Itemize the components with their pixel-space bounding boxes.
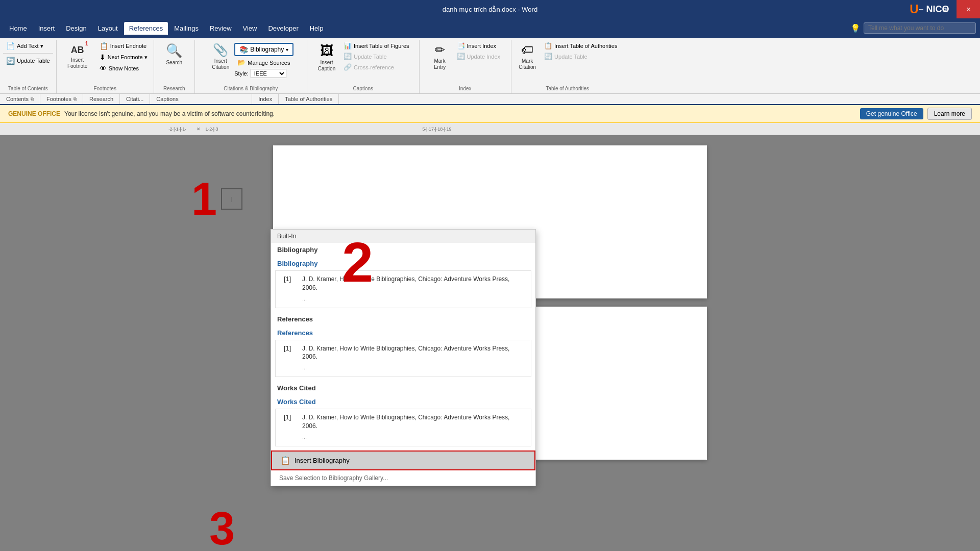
step-1-box: | bbox=[221, 188, 242, 210]
window-controls: ─ ⧉ ✕ U NICO bbox=[910, 0, 980, 18]
logo-nico: NICO bbox=[926, 0, 949, 18]
menu-help[interactable]: Help bbox=[305, 22, 329, 35]
insert-table-of-figures-button[interactable]: 📊 Insert Table of Figures bbox=[340, 41, 412, 51]
menu-bar: Home Insert Design Layout References Mai… bbox=[0, 18, 980, 38]
group-index: ✏ MarkEntry 📑 Insert Index 🔄 Update Inde… bbox=[420, 40, 511, 93]
document-area: 1 | 2 3 Built-In Bibliography Bibliograp… bbox=[0, 135, 980, 551]
group-captions-label: Captions bbox=[310, 85, 416, 92]
dropdown-builtin-header: Built-In bbox=[271, 230, 535, 243]
insert-endnote-button[interactable]: 📋 Insert Endnote bbox=[96, 41, 151, 51]
update-table-toc-button[interactable]: 🔄 Update Table bbox=[3, 56, 53, 66]
menu-insert[interactable]: Insert bbox=[33, 22, 60, 35]
group-citations-label: Citations & Bibliography bbox=[198, 85, 304, 92]
insert-index-button[interactable]: 📑 Insert Index bbox=[454, 41, 503, 51]
insert-bibliography-button[interactable]: 📋 Insert Bibliography bbox=[271, 450, 535, 470]
manage-sources-button[interactable]: 📂 Manage Sources bbox=[234, 58, 293, 67]
references-entry-container: [1] J. D. Kramer, How to Write Bibliogra… bbox=[275, 340, 531, 378]
window-title: danh mục trích dẫn.docx - Word bbox=[0, 6, 980, 13]
works-ellipsis-1: ... bbox=[284, 434, 523, 440]
references-subheader[interactable]: References bbox=[271, 326, 535, 340]
bibliography-dropdown: Built-In Bibliography Bibliography [1] J… bbox=[271, 229, 536, 486]
bib-ellipsis-1: ... bbox=[284, 295, 523, 302]
ribbon: 📄 Add Text ▾ 🔄 Update Table Table of Con… bbox=[0, 38, 980, 94]
step-2-number: 2 bbox=[342, 230, 373, 294]
expand-footnotes-icon[interactable]: ⧉ bbox=[74, 96, 77, 102]
label-citations: Citati... bbox=[120, 94, 150, 104]
title-bar: danh mục trích dẫn.docx - Word ─ ⧉ ✕ U N… bbox=[0, 0, 980, 18]
label-contents: Contents ⧉ bbox=[0, 94, 40, 104]
label-authorities: Table of Authorities bbox=[279, 94, 339, 104]
dropdown-bibliography-header: Bibliography bbox=[271, 243, 535, 257]
dropdown-works-cited-header: Works Cited bbox=[271, 381, 535, 395]
bibliography-button[interactable]: 📚 Bibliography ▾ bbox=[234, 43, 293, 56]
close-button[interactable]: ✕ bbox=[957, 0, 980, 18]
group-research: 🔍 Search Research bbox=[154, 40, 195, 93]
insert-table-of-authorities-button[interactable]: 📋 Insert Table of Authorities bbox=[541, 41, 620, 51]
bib-entry-1: [1] J. D. Kramer, How to Write Bibliogra… bbox=[284, 275, 523, 292]
next-footnote-button[interactable]: ⬇ Next Footnote ▾ bbox=[96, 52, 151, 62]
group-toc: 📄 Add Text ▾ 🔄 Update Table Table of Con… bbox=[0, 40, 57, 93]
menu-references[interactable]: References bbox=[124, 22, 168, 35]
expand-contents-icon[interactable]: ⧉ bbox=[31, 96, 34, 102]
menu-review[interactable]: Review bbox=[205, 22, 237, 35]
group-index-label: Index bbox=[423, 85, 508, 92]
menu-design[interactable]: Design bbox=[61, 22, 91, 35]
insert-citation-button[interactable]: 📎 InsertCitation bbox=[208, 41, 233, 72]
save-to-gallery-button[interactable]: Save Selection to Bibliography Gallery..… bbox=[271, 470, 535, 486]
group-footnotes: AB 1 InsertFootnote 📋 Insert Endnote ⬇ N… bbox=[57, 40, 154, 93]
group-toc-label: Table of Contents bbox=[3, 85, 53, 92]
label-footnotes: Footnotes ⧉ bbox=[40, 94, 83, 104]
dropdown-references-header: References bbox=[271, 312, 535, 326]
group-captions: 🖼 InsertCaption 📊 Insert Table of Figure… bbox=[307, 40, 420, 93]
works-cited-subheader[interactable]: Works Cited bbox=[271, 395, 535, 409]
mark-citation-button[interactable]: 🏷 MarkCitation bbox=[514, 41, 540, 72]
insert-bib-icon: 📋 bbox=[280, 456, 290, 465]
logo-u: U bbox=[902, 0, 926, 18]
bulb-icon: 💡 bbox=[850, 23, 861, 33]
tell-me-area: 💡 bbox=[850, 22, 976, 34]
group-authorities-label: Table of Authorities bbox=[514, 85, 621, 92]
tell-me-input[interactable] bbox=[864, 22, 976, 34]
step-1-number: 1 bbox=[191, 176, 217, 222]
cross-reference-button[interactable]: 🔗 Cross-reference bbox=[340, 62, 412, 72]
menu-home[interactable]: Home bbox=[4, 22, 32, 35]
mark-entry-button[interactable]: ✏ MarkEntry bbox=[427, 41, 453, 72]
style-select[interactable]: IEEE APA MLA bbox=[251, 69, 286, 78]
show-notes-button[interactable]: 👁 Show Notes bbox=[96, 63, 151, 73]
ribbon-labels-row: Contents ⧉ Footnotes ⧉ Research Citati..… bbox=[0, 94, 980, 105]
add-text-button[interactable]: 📄 Add Text ▾ bbox=[3, 41, 53, 51]
step-3-number: 3 bbox=[209, 503, 235, 551]
insert-caption-button[interactable]: 🖼 InsertCaption bbox=[314, 41, 339, 74]
bibliography-entry-container: [1] J. D. Kramer, How to Write Bibliogra… bbox=[275, 270, 531, 308]
ruler: ·2·|·1·|·1· ✕ L·2·|·3 5·|·17·|·18·|·19 bbox=[0, 123, 980, 135]
menu-mailings[interactable]: Mailings bbox=[169, 22, 204, 35]
menu-layout[interactable]: Layout bbox=[93, 22, 123, 35]
warning-bar: GENUINE OFFICE Your license isn't genuin… bbox=[0, 105, 980, 123]
label-index: Index bbox=[252, 94, 279, 104]
group-citations: 📎 InsertCitation 📚 Bibliography ▾ 📂 Mana… bbox=[195, 40, 307, 93]
group-authorities: 🏷 MarkCitation 📋 Insert Table of Authori… bbox=[511, 40, 624, 93]
update-table-authorities-button[interactable]: 🔄 Update Table bbox=[541, 52, 620, 61]
style-row: Style: IEEE APA MLA bbox=[234, 69, 293, 78]
insert-footnote-button[interactable]: AB 1 InsertFootnote bbox=[60, 41, 95, 71]
label-captions: Captions bbox=[150, 94, 252, 104]
works-entry-1: [1] J. D. Kramer, How to Write Bibliogra… bbox=[284, 413, 523, 431]
bibliography-subheader[interactable]: Bibliography bbox=[271, 257, 535, 270]
ref-ellipsis-1: ... bbox=[284, 364, 523, 370]
works-cited-entry-container: [1] J. D. Kramer, How to Write Bibliogra… bbox=[275, 409, 531, 446]
warning-label: GENUINE OFFICE bbox=[8, 110, 60, 117]
menu-view[interactable]: View bbox=[238, 22, 262, 35]
menu-developer[interactable]: Developer bbox=[263, 22, 303, 35]
get-genuine-button[interactable]: Get genuine Office bbox=[860, 108, 923, 119]
update-index-button[interactable]: 🔄 Update Index bbox=[454, 52, 503, 61]
group-research-label: Research bbox=[157, 85, 191, 92]
learn-more-button[interactable]: Learn more bbox=[927, 108, 972, 120]
group-footnotes-label: Footnotes bbox=[60, 85, 151, 92]
search-button[interactable]: 🔍 Search bbox=[161, 41, 187, 68]
label-research: Research bbox=[83, 94, 120, 104]
update-table-captions-button[interactable]: 🔄 Update Table bbox=[340, 52, 412, 61]
warning-message: Your license isn't genuine, and you may … bbox=[64, 110, 275, 117]
ref-entry-1: [1] J. D. Kramer, How to Write Bibliogra… bbox=[284, 344, 523, 362]
